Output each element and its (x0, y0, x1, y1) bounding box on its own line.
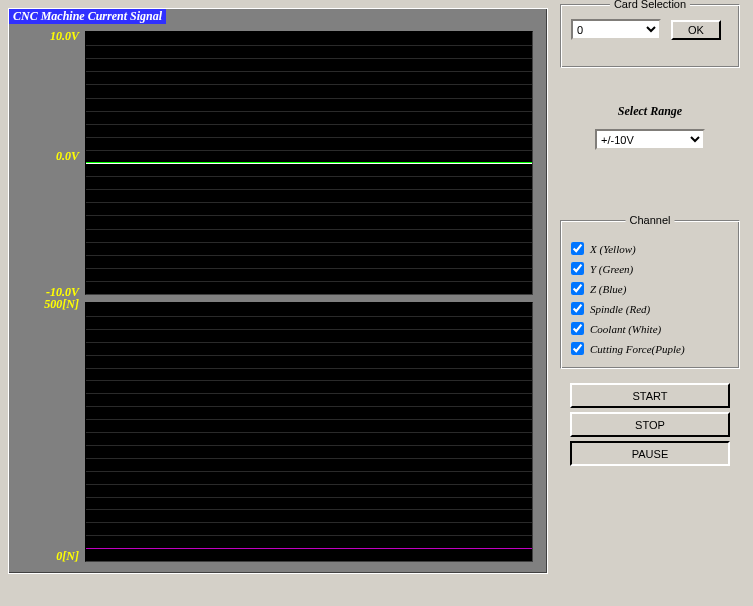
gridline (86, 380, 532, 381)
chart1-ymax: 10.0V (9, 29, 79, 44)
gridline (86, 342, 532, 343)
gridline (86, 316, 532, 317)
gridline (86, 445, 532, 446)
gridline (86, 176, 532, 177)
gridline (86, 202, 532, 203)
channel-label-y: Y (Green) (590, 263, 633, 275)
app-root: CNC Machine Current Signal 10.0V 0.0V -1… (0, 0, 753, 606)
gridline (86, 458, 532, 459)
gridline (86, 137, 532, 138)
channel-label-cuttingforce: Cutting Force(Puple) (590, 343, 685, 355)
gridline (86, 98, 532, 99)
channel-checkbox-cuttingforce[interactable] (571, 342, 584, 355)
gridline (86, 111, 532, 112)
gridline (86, 471, 532, 472)
gridline (86, 497, 532, 498)
gridline (86, 355, 532, 356)
gridline (86, 84, 532, 85)
channel-checkbox-coolant[interactable] (571, 322, 584, 335)
channel-label-x: X (Yellow) (590, 243, 636, 255)
gridline (86, 215, 532, 216)
gridline (86, 255, 532, 256)
gridline (86, 189, 532, 190)
gridline (86, 509, 532, 510)
channel-row-x: X (Yellow) (571, 242, 729, 255)
card-selection-group: Card Selection 0 OK (560, 4, 740, 68)
chart2-ymax: 500[N] (9, 297, 79, 312)
chart1-ymid: 0.0V (9, 149, 79, 164)
channel-label-coolant: Coolant (White) (590, 323, 661, 335)
gridline (86, 71, 532, 72)
range-section: Select Range +/-10V (560, 104, 740, 150)
gridline (86, 268, 532, 269)
gridline (86, 281, 532, 282)
trace (86, 163, 532, 164)
gridline (86, 242, 532, 243)
channel-checkbox-y[interactable] (571, 262, 584, 275)
gridline (86, 150, 532, 151)
channel-row-coolant: Coolant (White) (571, 322, 729, 335)
range-select[interactable]: +/-10V (595, 129, 705, 150)
channel-checkbox-spindle[interactable] (571, 302, 584, 315)
gridline (86, 329, 532, 330)
start-button[interactable]: START (570, 383, 730, 408)
channel-checkbox-x[interactable] (571, 242, 584, 255)
plot-panel: CNC Machine Current Signal 10.0V 0.0V -1… (8, 8, 548, 574)
gridline (86, 522, 532, 523)
gridline (86, 419, 532, 420)
range-label: Select Range (560, 104, 740, 119)
gridline (86, 484, 532, 485)
trace (86, 548, 532, 549)
chart2-ymin: 0[N] (9, 549, 79, 564)
channel-checkbox-z[interactable] (571, 282, 584, 295)
pause-button[interactable]: PAUSE (570, 441, 730, 466)
gridline (86, 432, 532, 433)
card-selection-legend: Card Selection (610, 0, 690, 10)
card-ok-button[interactable]: OK (671, 20, 721, 40)
gridline (86, 535, 532, 536)
channel-legend: Channel (626, 214, 675, 226)
channel-row-z: Z (Blue) (571, 282, 729, 295)
gridline (86, 229, 532, 230)
gridline (86, 58, 532, 59)
channel-row-cuttingforce: Cutting Force(Puple) (571, 342, 729, 355)
gridline (86, 124, 532, 125)
controls-column: Card Selection 0 OK Select Range +/-10V … (560, 4, 740, 470)
gridline (86, 368, 532, 369)
stop-button[interactable]: STOP (570, 412, 730, 437)
plot-title: CNC Machine Current Signal (9, 9, 166, 24)
channel-group: Channel X (Yellow) Y (Green) Z (Blue) Sp… (560, 220, 740, 369)
chart1 (85, 31, 533, 295)
gridline (86, 393, 532, 394)
channel-label-spindle: Spindle (Red) (590, 303, 650, 315)
chart2 (85, 302, 533, 562)
channel-label-z: Z (Blue) (590, 283, 626, 295)
gridline (86, 406, 532, 407)
channel-row-spindle: Spindle (Red) (571, 302, 729, 315)
gridline (86, 45, 532, 46)
channel-row-y: Y (Green) (571, 262, 729, 275)
card-select[interactable]: 0 (571, 19, 661, 40)
